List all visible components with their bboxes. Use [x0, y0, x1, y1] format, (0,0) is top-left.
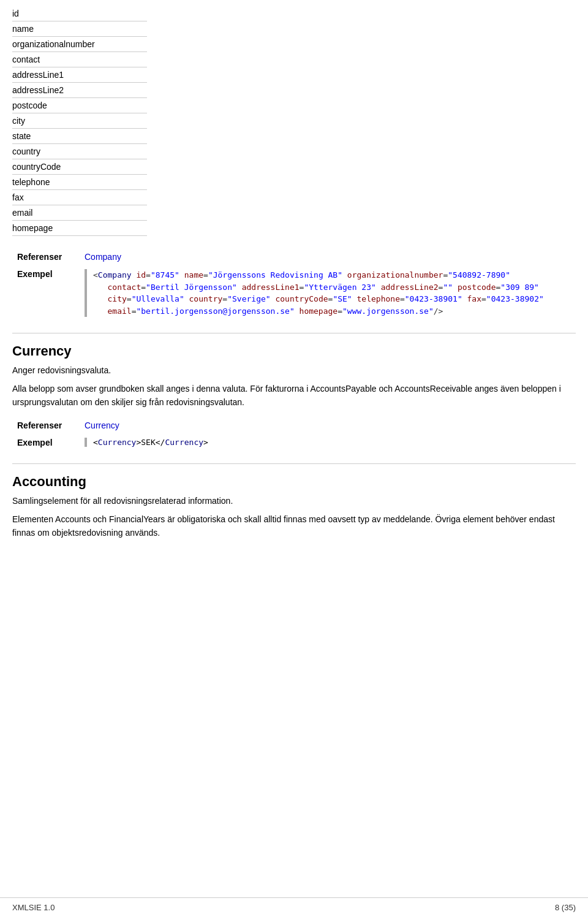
- field-item-email: email: [12, 205, 147, 221]
- currency-link[interactable]: Currency: [85, 420, 119, 430]
- accounting-heading: Accounting: [12, 474, 576, 490]
- field-item-state: state: [12, 129, 147, 144]
- company-example-xml: <Company id="8745" name="Jörgenssons Red…: [85, 269, 571, 317]
- currency-example-xml: <Currency>SEK</Currency>: [85, 438, 571, 447]
- field-item-organizationalnumber: organizationalnumber: [12, 37, 147, 52]
- field-item-postcode: postcode: [12, 98, 147, 113]
- referencer-label: Referenser: [12, 248, 80, 265]
- company-link[interactable]: Company: [85, 252, 121, 262]
- field-item-name: name: [12, 21, 147, 37]
- currency-section: Currency Anger redovisningsvaluta. Alla …: [12, 343, 576, 451]
- field-item-telephone: telephone: [12, 175, 147, 190]
- currency-heading: Currency: [12, 343, 576, 359]
- page-footer: XMLSIE 1.0 8 (35): [0, 897, 588, 917]
- accounting-desc2: Elementen Accounts och FinancialYears är…: [12, 512, 576, 540]
- currency-exempel-label: Exempel: [12, 434, 80, 451]
- currency-ref-table: Referenser Currency Exempel <Currency>SE…: [12, 417, 576, 451]
- company-link-cell[interactable]: Company: [80, 248, 576, 265]
- divider-2: [12, 463, 576, 464]
- currency-referencer-label: Referenser: [12, 417, 80, 434]
- exempel-label: Exempel: [12, 265, 80, 321]
- accounting-desc1: Samlingselement för all redovisningsrela…: [12, 495, 576, 508]
- footer-right: 8 (35): [555, 903, 576, 912]
- company-ref-table: Referenser Company Exempel <Company id="…: [12, 248, 576, 321]
- currency-xml-content: <Currency>SEK</Currency>: [93, 438, 208, 447]
- field-item-homepage: homepage: [12, 221, 147, 236]
- currency-link-cell[interactable]: Currency: [80, 417, 576, 434]
- divider-1: [12, 333, 576, 333]
- footer-left: XMLSIE 1.0: [12, 903, 55, 912]
- field-item-addressLine2: addressLine2: [12, 83, 147, 98]
- field-item-city: city: [12, 113, 147, 129]
- accounting-section: Accounting Samlingselement för all redov…: [12, 474, 576, 540]
- field-list: idnameorganizationalnumbercontactaddress…: [12, 6, 576, 236]
- field-item-countryCode: countryCode: [12, 159, 147, 175]
- field-item-id: id: [12, 6, 147, 21]
- field-item-addressLine1: addressLine1: [12, 67, 147, 83]
- currency-desc1: Anger redovisningsvaluta.: [12, 364, 576, 377]
- field-item-contact: contact: [12, 52, 147, 67]
- company-xml-content: <Company id="8745" name="Jörgenssons Red…: [93, 270, 544, 316]
- field-item-country: country: [12, 144, 147, 159]
- currency-desc2: Alla belopp som avser grundboken skall a…: [12, 382, 576, 409]
- field-item-fax: fax: [12, 190, 147, 205]
